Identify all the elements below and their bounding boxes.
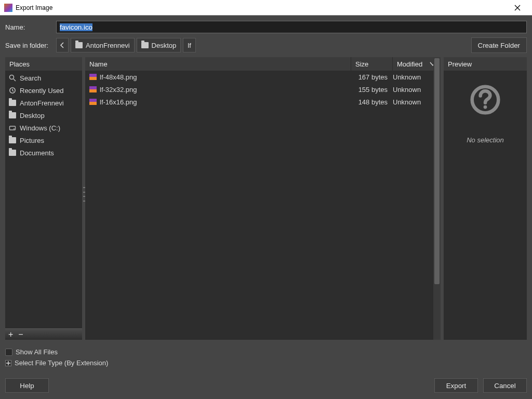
places-item-6[interactable]: Documents <box>5 147 82 159</box>
places-item-label: Windows (C:) <box>20 124 60 132</box>
breadcrumb-label: Desktop <box>152 42 177 49</box>
places-item-4[interactable]: Windows (C:) <box>5 122 82 134</box>
files-body[interactable]: lf-48x48.png167 bytesUnknownlf-32x32.png… <box>85 71 441 340</box>
files-pane: Name Size Modified lf-48x48.png167 bytes… <box>85 57 441 340</box>
places-header: Places <box>5 57 82 71</box>
search-icon <box>8 74 17 82</box>
file-name: lf-16x16.png <box>100 98 137 106</box>
image-file-icon <box>89 74 97 80</box>
svg-rect-2 <box>10 126 16 130</box>
places-item-5[interactable]: Pictures <box>5 134 82 147</box>
breadcrumb-item-0[interactable]: AntonFrennevi <box>71 38 135 52</box>
file-modified: Unknown <box>393 86 436 94</box>
places-item-label: Desktop <box>20 112 45 119</box>
image-file-icon <box>89 86 97 92</box>
places-add-button[interactable]: + <box>8 330 13 339</box>
image-file-icon <box>89 99 97 105</box>
window-close-button[interactable] <box>507 0 528 16</box>
recent-icon <box>8 86 17 95</box>
breadcrumb-label: AntonFrennevi <box>86 42 130 49</box>
close-icon <box>514 5 521 11</box>
column-header-name[interactable]: Name <box>85 57 351 71</box>
expander-icon <box>5 360 11 366</box>
file-size: 148 bytes <box>352 98 390 106</box>
scrollbar-thumb[interactable] <box>434 58 440 284</box>
places-item-1[interactable]: Recently Used <box>5 84 82 97</box>
breadcrumb-back-button[interactable] <box>56 38 69 52</box>
breadcrumb-item-2[interactable]: lf <box>183 38 196 52</box>
places-footer: + − <box>5 328 82 340</box>
titlebar: Export Image <box>0 0 532 16</box>
file-size: 167 bytes <box>352 73 390 81</box>
chevron-left-icon <box>60 42 65 48</box>
breadcrumb-item-1[interactable]: Desktop <box>137 38 181 52</box>
places-item-2[interactable]: AntonFrennevi <box>5 97 82 109</box>
files-header: Name Size Modified <box>85 57 441 71</box>
places-item-label: Recently Used <box>20 87 64 95</box>
app-icon <box>4 4 12 12</box>
preview-header: Preview <box>444 57 527 71</box>
places-pane: Places SearchRecently UsedAntonFrenneviD… <box>5 57 82 340</box>
button-bar: Help Export Cancel <box>5 371 527 393</box>
svg-point-5 <box>484 105 487 109</box>
file-name: lf-32x32.png <box>100 86 137 94</box>
file-row[interactable]: lf-16x16.png148 bytesUnknown <box>85 96 441 108</box>
breadcrumb-label: lf <box>188 42 191 49</box>
file-modified: Unknown <box>393 98 436 106</box>
file-size: 155 bytes <box>352 86 390 94</box>
folder-icon <box>75 42 83 48</box>
drive-icon <box>8 124 17 132</box>
places-item-3[interactable]: Desktop <box>5 109 82 122</box>
folder-label: Save in folder: <box>5 42 51 49</box>
svg-point-3 <box>14 128 15 129</box>
folder-icon <box>141 42 149 48</box>
file-name: lf-48x48.png <box>100 73 137 81</box>
files-scrollbar[interactable] <box>433 57 441 340</box>
svg-point-0 <box>10 75 14 79</box>
name-row: Name: <box>5 21 527 33</box>
folder-icon <box>8 149 17 157</box>
places-item-label: Search <box>20 74 41 82</box>
column-header-size[interactable]: Size <box>351 57 393 71</box>
checkbox-icon <box>5 349 12 356</box>
help-button[interactable]: Help <box>5 378 49 393</box>
file-modified: Unknown <box>393 73 436 81</box>
show-all-files-label: Show All Files <box>16 348 58 356</box>
places-list: SearchRecently UsedAntonFrenneviDesktopW… <box>5 71 82 328</box>
create-folder-button[interactable]: Create Folder <box>471 37 527 53</box>
question-icon <box>470 84 501 115</box>
options: Show All Files Select File Type (By Exte… <box>5 344 527 367</box>
cancel-button[interactable]: Cancel <box>483 378 527 393</box>
column-header-modified-label: Modified <box>397 60 422 68</box>
places-item-0[interactable]: Search <box>5 72 82 84</box>
name-label: Name: <box>5 23 51 31</box>
places-item-label: Pictures <box>20 137 44 144</box>
folder-icon <box>8 99 17 107</box>
preview-empty-text: No selection <box>467 136 504 144</box>
file-row[interactable]: lf-32x32.png155 bytesUnknown <box>85 83 441 96</box>
breadcrumb: AntonFrennevi Desktop lf <box>56 38 196 52</box>
folder-icon <box>8 111 17 119</box>
folder-row: Save in folder: AntonFrennevi Desktop lf… <box>5 37 527 53</box>
select-file-type-label: Select File Type (By Extension) <box>15 359 108 367</box>
places-item-label: Documents <box>20 149 54 157</box>
folder-icon <box>8 136 17 144</box>
show-all-files-option[interactable]: Show All Files <box>5 348 527 356</box>
places-item-label: AntonFrennevi <box>20 99 64 107</box>
preview-content: No selection <box>444 71 527 340</box>
places-remove-button[interactable]: − <box>18 330 23 339</box>
select-file-type-expander[interactable]: Select File Type (By Extension) <box>5 359 527 367</box>
export-button[interactable]: Export <box>434 378 478 393</box>
window-title: Export Image <box>16 4 507 11</box>
preview-pane: Preview No selection <box>444 57 527 340</box>
file-row[interactable]: lf-48x48.png167 bytesUnknown <box>85 71 441 83</box>
filename-input[interactable] <box>56 21 527 33</box>
